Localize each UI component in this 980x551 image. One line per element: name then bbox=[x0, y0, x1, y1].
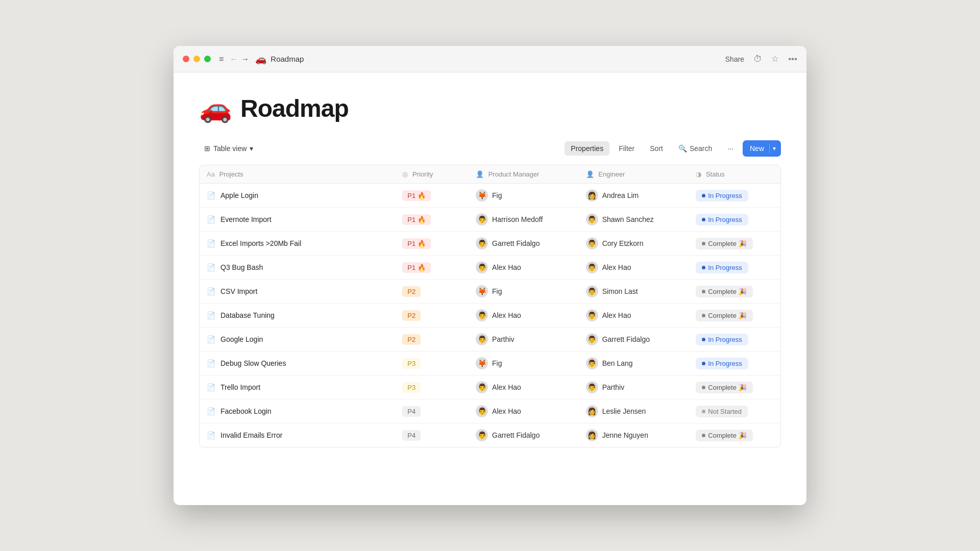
engineer-cell-7[interactable]: 👨 Ben Lang bbox=[579, 352, 689, 375]
pm-cell-6[interactable]: 👨 Parthiv bbox=[469, 328, 579, 352]
col-header-projects[interactable]: Aa Projects bbox=[200, 165, 395, 184]
properties-button[interactable]: Properties bbox=[565, 141, 609, 156]
sort-button[interactable]: Sort bbox=[644, 141, 669, 156]
engineer-cell-3[interactable]: 👨 Alex Hao bbox=[579, 256, 689, 280]
status-cell-10[interactable]: Complete 🎉 bbox=[689, 423, 780, 447]
engineer-cell-1[interactable]: 👨 Shawn Sanchez bbox=[579, 208, 689, 232]
engineer-cell-10[interactable]: 👩 Jenne Nguyen bbox=[579, 423, 689, 447]
pm-cell-5[interactable]: 👨 Alex Hao bbox=[469, 304, 579, 328]
engineer-cell-8[interactable]: 👨 Parthiv bbox=[579, 375, 689, 399]
priority-cell-1[interactable]: P1 🔥 bbox=[395, 208, 469, 232]
priority-badge: P3 bbox=[402, 382, 421, 393]
table-row[interactable]: 📄 Apple Login P1 🔥 🦊 Fig 👩 Andrea Lim In… bbox=[200, 184, 780, 208]
pm-avatar: 👨 bbox=[476, 213, 488, 226]
table-row[interactable]: 📄 Facebook Login P4 👨 Alex Hao 👩 Leslie … bbox=[200, 399, 780, 423]
pm-cell-8[interactable]: 👨 Alex Hao bbox=[469, 375, 579, 399]
status-cell-5[interactable]: Complete 🎉 bbox=[689, 304, 780, 328]
table-row[interactable]: 📄 Invalid Emails Error P4 👨 Garrett Fida… bbox=[200, 423, 780, 447]
engineer-cell-6[interactable]: 👨 Garrett Fidalgo bbox=[579, 328, 689, 352]
history-icon[interactable]: ⏱ bbox=[753, 54, 762, 64]
priority-cell-0[interactable]: P1 🔥 bbox=[395, 184, 469, 208]
traffic-lights bbox=[183, 56, 211, 62]
pm-cell-1[interactable]: 👨 Harrison Medoff bbox=[469, 208, 579, 232]
priority-cell-10[interactable]: P4 bbox=[395, 423, 469, 447]
status-cell-0[interactable]: In Progress bbox=[689, 184, 780, 208]
maximize-button[interactable] bbox=[204, 56, 211, 62]
pm-name: Alex Hao bbox=[492, 407, 521, 415]
priority-cell-3[interactable]: P1 🔥 bbox=[395, 256, 469, 280]
pm-cell-10[interactable]: 👨 Garrett Fidalgo bbox=[469, 423, 579, 447]
priority-cell-9[interactable]: P4 bbox=[395, 399, 469, 423]
priority-cell-5[interactable]: P2 bbox=[395, 304, 469, 328]
status-cell-7[interactable]: In Progress bbox=[689, 352, 780, 375]
sidebar-toggle-icon[interactable]: ≡ bbox=[219, 55, 224, 64]
pm-cell-7[interactable]: 🦊 Fig bbox=[469, 352, 579, 375]
status-badge: Complete 🎉 bbox=[696, 286, 752, 297]
star-icon[interactable]: ☆ bbox=[771, 54, 779, 64]
col-header-priority[interactable]: ◎ Priority bbox=[395, 165, 469, 184]
project-cell-7[interactable]: 📄 Debug Slow Queries bbox=[200, 352, 395, 375]
status-cell-8[interactable]: Complete 🎉 bbox=[689, 375, 780, 399]
project-cell-3[interactable]: 📄 Q3 Bug Bash bbox=[200, 256, 395, 280]
engineer-cell-9[interactable]: 👩 Leslie Jensen bbox=[579, 399, 689, 423]
pm-cell-2[interactable]: 👨 Garrett Fidalgo bbox=[469, 232, 579, 256]
project-cell-2[interactable]: 📄 Excel Imports >20Mb Fail bbox=[200, 232, 395, 256]
status-cell-2[interactable]: Complete 🎉 bbox=[689, 232, 780, 256]
close-button[interactable] bbox=[183, 56, 189, 62]
view-selector[interactable]: ⊞ Table view ▾ bbox=[199, 142, 258, 155]
pm-cell-0[interactable]: 🦊 Fig bbox=[469, 184, 579, 208]
col-header-engineer[interactable]: 👤 Engineer bbox=[579, 165, 689, 184]
priority-cell-8[interactable]: P3 bbox=[395, 375, 469, 399]
status-cell-6[interactable]: In Progress bbox=[689, 328, 780, 352]
share-button[interactable]: Share bbox=[725, 55, 744, 63]
engineer-cell-5[interactable]: 👨 Alex Hao bbox=[579, 304, 689, 328]
project-cell-8[interactable]: 📄 Trello Import bbox=[200, 375, 395, 399]
table-header-row: Aa Projects ◎ Priority 👤 Product Manager bbox=[200, 165, 780, 184]
status-cell-4[interactable]: Complete 🎉 bbox=[689, 280, 780, 304]
engineer-cell-2[interactable]: 👨 Cory Etzkorn bbox=[579, 232, 689, 256]
project-cell-0[interactable]: 📄 Apple Login bbox=[200, 184, 395, 208]
project-cell-6[interactable]: 📄 Google Login bbox=[200, 328, 395, 352]
more-toolbar-button[interactable]: ··· bbox=[721, 141, 740, 156]
table-row[interactable]: 📄 Debug Slow Queries P3 🦊 Fig 👨 Ben Lang… bbox=[200, 352, 780, 375]
priority-cell-7[interactable]: P3 bbox=[395, 352, 469, 375]
project-cell-9[interactable]: 📄 Facebook Login bbox=[200, 399, 395, 423]
table-row[interactable]: 📄 Excel Imports >20Mb Fail P1 🔥 👨 Garret… bbox=[200, 232, 780, 256]
project-cell-4[interactable]: 📄 CSV Import bbox=[200, 280, 395, 304]
status-cell-3[interactable]: In Progress bbox=[689, 256, 780, 280]
new-button[interactable]: New ▾ bbox=[743, 140, 781, 157]
eng-name: Leslie Jensen bbox=[602, 407, 646, 415]
status-col-label: Status bbox=[706, 170, 725, 178]
project-cell-1[interactable]: 📄 Evernote Import bbox=[200, 208, 395, 232]
eng-avatar: 👨 bbox=[586, 309, 598, 321]
pm-cell-3[interactable]: 👨 Alex Hao bbox=[469, 256, 579, 280]
project-cell-5[interactable]: 📄 Database Tuning bbox=[200, 304, 395, 328]
minimize-button[interactable] bbox=[193, 56, 200, 62]
filter-button[interactable]: Filter bbox=[612, 141, 641, 156]
table-row[interactable]: 📄 Database Tuning P2 👨 Alex Hao 👨 Alex H… bbox=[200, 304, 780, 328]
new-button-arrow-icon[interactable]: ▾ bbox=[773, 145, 781, 152]
pm-cell-9[interactable]: 👨 Alex Hao bbox=[469, 399, 579, 423]
engineer-cell-4[interactable]: 👨 Simon Last bbox=[579, 280, 689, 304]
search-button[interactable]: 🔍 Search bbox=[672, 141, 718, 156]
table-row[interactable]: 📄 Trello Import P3 👨 Alex Hao 👨 Parthiv … bbox=[200, 375, 780, 399]
status-cell-1[interactable]: In Progress bbox=[689, 208, 780, 232]
table-row[interactable]: 📄 CSV Import P2 🦊 Fig 👨 Simon Last Compl… bbox=[200, 280, 780, 304]
more-options-icon[interactable]: ••• bbox=[788, 54, 797, 64]
table-row[interactable]: 📄 Google Login P2 👨 Parthiv 👨 Garrett Fi… bbox=[200, 328, 780, 352]
priority-cell-2[interactable]: P1 🔥 bbox=[395, 232, 469, 256]
table-row[interactable]: 📄 Q3 Bug Bash P1 🔥 👨 Alex Hao 👨 Alex Hao… bbox=[200, 256, 780, 280]
pm-name: Alex Hao bbox=[492, 311, 521, 319]
project-cell-10[interactable]: 📄 Invalid Emails Error bbox=[200, 423, 395, 447]
priority-cell-4[interactable]: P2 bbox=[395, 280, 469, 304]
pm-cell-4[interactable]: 🦊 Fig bbox=[469, 280, 579, 304]
col-header-product-manager[interactable]: 👤 Product Manager bbox=[469, 165, 579, 184]
priority-cell-6[interactable]: P2 bbox=[395, 328, 469, 352]
forward-arrow-icon[interactable]: → bbox=[241, 55, 249, 64]
table-row[interactable]: 📄 Evernote Import P1 🔥 👨 Harrison Medoff… bbox=[200, 208, 780, 232]
status-cell-9[interactable]: Not Started bbox=[689, 399, 780, 423]
engineer-cell-0[interactable]: 👩 Andrea Lim bbox=[579, 184, 689, 208]
col-header-status[interactable]: ◑ Status bbox=[689, 165, 780, 184]
back-arrow-icon[interactable]: ← bbox=[230, 55, 238, 64]
projects-col-label: Projects bbox=[219, 170, 243, 178]
